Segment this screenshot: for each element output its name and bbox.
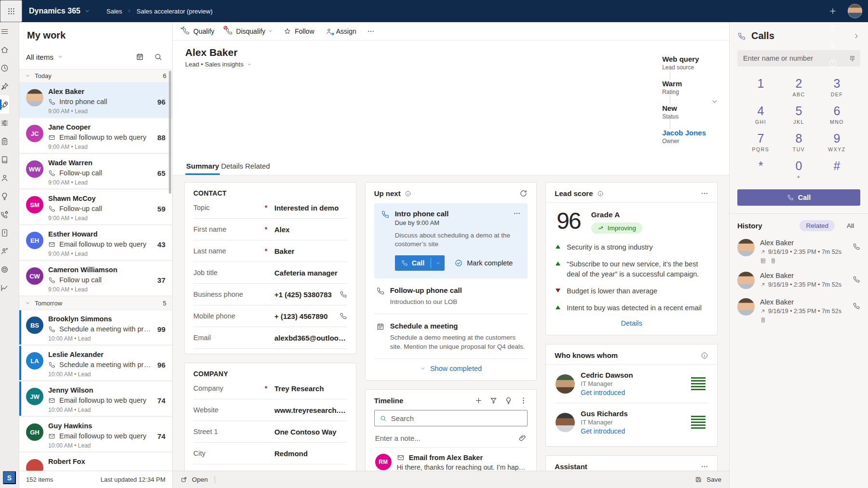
dialpad-key[interactable]: 8 TUV — [782, 132, 816, 153]
breadcrumb-sales-accelerator[interactable]: Sales accelerator (preview) — [136, 8, 213, 15]
tasks-icon[interactable] — [0, 132, 9, 150]
group-header-today[interactable]: Today 6 — [19, 69, 172, 83]
add-record-icon[interactable] — [475, 396, 483, 405]
device-icon[interactable] — [770, 258, 776, 264]
field-value[interactable]: + (123) 4567890 — [274, 312, 336, 320]
notebook-icon[interactable] — [0, 150, 9, 169]
items-filter-dropdown[interactable]: All items — [26, 53, 63, 61]
dialpad-key[interactable]: * — [744, 159, 778, 181]
reports-icon[interactable] — [0, 278, 9, 297]
info-icon[interactable] — [597, 190, 604, 197]
get-introduced-link[interactable]: Get introduced — [581, 389, 633, 396]
All[interactable]: All — [841, 220, 860, 231]
open-button[interactable]: Open — [180, 476, 208, 483]
call-button[interactable]: Call — [737, 189, 860, 206]
note-input[interactable] — [375, 434, 519, 442]
dialpad-key[interactable]: 7 PQRS — [744, 132, 778, 153]
list-item[interactable]: CW Cameron Williamson Follow up call 9:0… — [19, 261, 172, 297]
call-back-phone-icon[interactable] — [853, 302, 860, 310]
field-value[interactable]: Alex — [274, 225, 347, 234]
stat-value[interactable]: Warm — [662, 79, 706, 88]
menu-icon[interactable] — [0, 22, 9, 40]
calls-settings-icon[interactable] — [0, 205, 9, 224]
list-item[interactable]: EH Esther Howard Email followup to web q… — [19, 225, 172, 261]
call-back-phone-icon[interactable] — [853, 243, 860, 251]
record-subtitle[interactable]: Lead • Sales insights — [185, 61, 252, 68]
app-title[interactable]: Dynamics 365 — [29, 7, 90, 15]
person-question-icon[interactable] — [0, 242, 9, 260]
dialpad-key[interactable]: 6 MNO — [820, 105, 854, 126]
list-item[interactable]: LA Leslie Alexander Schedule a meeting w… — [19, 346, 172, 382]
sequence-icon[interactable] — [0, 114, 9, 132]
pin-icon[interactable] — [0, 77, 9, 95]
sidebar-scrollbar[interactable] — [169, 71, 171, 194]
call-split-button[interactable]: Call — [395, 255, 445, 271]
more-options-icon[interactable] — [701, 189, 708, 198]
refresh-icon[interactable] — [519, 189, 528, 198]
show-completed-button[interactable]: Show completed — [374, 359, 528, 375]
get-introduced-link[interactable]: Get introduced — [581, 427, 628, 435]
save-button[interactable]: Save — [695, 476, 721, 483]
Summary[interactable]: Summary — [185, 159, 220, 175]
Details[interactable]: Details — [220, 159, 244, 175]
recent-icon[interactable] — [0, 59, 9, 77]
more-options-icon[interactable] — [519, 396, 528, 405]
call-back-phone-icon[interactable] — [853, 276, 860, 283]
mark-complete-button[interactable]: Mark complete — [454, 259, 513, 267]
phone-icon[interactable] — [339, 290, 347, 298]
dialpad-key[interactable]: 2 ABC — [782, 77, 816, 98]
field-value[interactable]: Trey Research — [274, 384, 347, 393]
history-row[interactable]: Alex Baker 9/16/19 • 2:35 PM • 7m 52s — [737, 298, 860, 323]
note-composer[interactable] — [374, 429, 528, 448]
upcoming-task[interactable]: Schedule a meeting Schedule a demo meeti… — [374, 314, 528, 359]
dialpad-key[interactable]: 1 — [744, 77, 778, 98]
collapse-header-chevron-icon[interactable] — [711, 98, 719, 106]
info-icon[interactable] — [701, 352, 708, 359]
list-item[interactable]: Robert Fox — [19, 453, 172, 471]
list-item[interactable]: WW Wade Warren Follow-up call 9:00 AM • … — [19, 154, 172, 190]
stat-value[interactable]: Jacob Jones — [662, 129, 706, 137]
insights-icon[interactable] — [0, 187, 9, 205]
call-notes-icon[interactable] — [760, 258, 766, 264]
field-value[interactable]: +1 (425) 5380783 — [274, 290, 336, 299]
search-icon[interactable] — [151, 50, 165, 64]
more-options-icon[interactable] — [701, 462, 708, 471]
stat-value[interactable]: New — [662, 104, 706, 112]
Related[interactable]: Related — [244, 159, 271, 175]
dialpad-key[interactable]: 3 DEF — [820, 77, 854, 98]
list-item[interactable]: JW Jenny Wilson Email followup to web qu… — [19, 382, 172, 417]
dialpad-key[interactable]: # — [820, 159, 854, 181]
dialpad-key[interactable]: 0 + — [782, 159, 816, 181]
task-more-icon[interactable] — [513, 210, 521, 217]
call-options-chevron-icon[interactable] — [431, 255, 445, 271]
contacts-icon[interactable] — [0, 169, 9, 187]
settings-gear-icon[interactable] — [824, 37, 841, 54]
goals-icon[interactable] — [0, 260, 9, 278]
device-icon[interactable] — [760, 317, 766, 323]
disqualify-button[interactable]: Disqualify — [220, 25, 278, 38]
group-header-tomorrow[interactable]: Tomorrow 5 — [19, 297, 172, 310]
field-value[interactable]: One Contoso Way — [274, 428, 347, 436]
breadcrumb-sales[interactable]: Sales — [107, 8, 122, 15]
list-item[interactable]: SM Shawn McCoy Follow-up call 9:00 AM • … — [19, 190, 172, 225]
stat-value[interactable]: Web query — [662, 55, 706, 63]
info-icon[interactable] — [405, 190, 411, 197]
field-value[interactable]: Redmond — [274, 449, 347, 458]
assign-button[interactable]: Assign — [320, 25, 361, 38]
dialpad-key[interactable]: 5 JKL — [782, 105, 816, 126]
field-value[interactable]: www.treyresearch.net — [274, 406, 347, 414]
phone-icon[interactable] — [339, 312, 347, 320]
add-icon[interactable] — [824, 2, 841, 20]
Related[interactable]: Related — [800, 220, 835, 231]
help-icon[interactable] — [824, 54, 841, 72]
details-link[interactable]: Details — [621, 319, 642, 327]
field-value[interactable]: alexbd365@outlook.com — [274, 334, 347, 342]
history-row[interactable]: Alex Baker 9/16/19 • 2:35 PM • 7m 52s — [737, 272, 860, 290]
history-row[interactable]: Alex Baker 9/16/19 • 2:35 PM • 7m 52s — [737, 239, 860, 264]
paperclip-icon[interactable] — [518, 434, 527, 442]
call-button[interactable]: Call — [395, 255, 431, 271]
list-item[interactable]: GH Guy Hawkins Email followup to web que… — [19, 417, 172, 453]
insights-bulb-icon[interactable] — [504, 396, 513, 405]
timeline-search-input[interactable] — [391, 414, 523, 422]
home-icon[interactable] — [0, 40, 9, 59]
